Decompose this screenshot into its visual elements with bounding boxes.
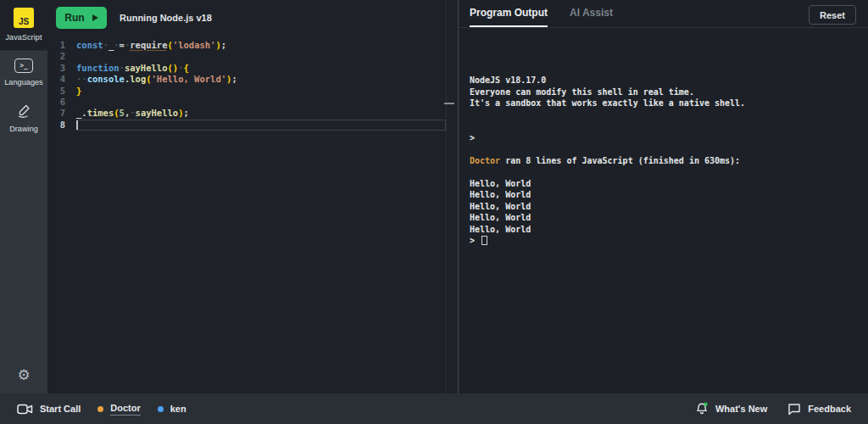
sidebar: JS JavaScript >_ Languages Drawing ⚙ (0, 0, 47, 393)
code-line-content: const·_·=·require('lodash'); (76, 40, 446, 51)
participant-name: ken (170, 404, 186, 414)
code-editor[interactable]: 1const·_·=·require('lodash');23function·… (47, 36, 458, 131)
console-text: Doctor (470, 156, 500, 165)
code-line-content (76, 120, 446, 131)
code-line[interactable]: 4··console.log('Hello, World'); (47, 74, 458, 85)
participant-doctor[interactable]: Doctor (97, 403, 140, 416)
code-token: { (183, 63, 188, 73)
code-line-content: function·sayHello()·{ (76, 63, 446, 74)
console-line: Hello, World (470, 212, 856, 224)
terminal-cursor (481, 236, 487, 245)
tab-ai-assist[interactable]: AI Assist (570, 0, 613, 27)
console-text: Hello, World (470, 190, 531, 199)
line-number: 2 (47, 51, 76, 62)
output-tab-bar: Program Output AI Assist Reset (459, 0, 868, 28)
text-cursor (76, 120, 78, 130)
settings-button[interactable]: ⚙ (0, 366, 47, 383)
video-camera-icon (17, 404, 33, 415)
run-button-label: Run (64, 12, 84, 24)
console-text: It's a sandbox that works exactly like a… (470, 98, 745, 108)
console-line: Everyone can modify this shell in real t… (470, 86, 856, 98)
line-number: 7 (47, 108, 76, 119)
sidebar-item-drawing[interactable]: Drawing (0, 95, 47, 142)
console-text: Hello, World (470, 202, 531, 211)
code-token: 'lodash' (173, 40, 216, 50)
code-line[interactable]: 5} (47, 86, 458, 97)
bottom-bar: Start Call Doctor ken What' (0, 393, 868, 424)
console-output[interactable]: NodeJS v18.17.0Everyone can modify this … (459, 28, 868, 247)
sidebar-item-languages[interactable]: >_ Languages (0, 51, 47, 95)
code-token: ; (183, 108, 188, 118)
start-call-label: Start Call (40, 404, 81, 414)
feedback-button[interactable]: Feedback (787, 403, 851, 416)
code-token: function (76, 63, 120, 73)
code-token: const (76, 40, 103, 50)
participant-color-dot (158, 406, 164, 412)
sidebar-item-label: JavaScript (5, 33, 42, 42)
console-text: > (470, 133, 475, 142)
code-token: log (130, 74, 146, 84)
console-line (470, 143, 856, 155)
participant-color-dot (97, 406, 103, 412)
code-token: ; (221, 40, 226, 50)
code-token: ·· (76, 74, 87, 84)
code-line-content (76, 51, 446, 62)
reset-button[interactable]: Reset (809, 5, 856, 25)
editor-pane: Run Running Node.js v18 1const·_·=·requi… (47, 0, 459, 393)
whats-new-button[interactable]: What's New (695, 402, 767, 416)
console-line: NodeJS v18.17.0 (470, 75, 856, 86)
run-status-text: Running Node.js v18 (120, 13, 212, 23)
code-token: sayHello (125, 63, 168, 73)
console-line (470, 109, 856, 121)
terminal-icon: >_ (14, 59, 33, 73)
code-line[interactable]: 8 (47, 120, 458, 131)
pen-icon (15, 103, 32, 120)
line-number: 3 (47, 63, 76, 74)
console-line: Doctor ran 8 lines of JavaScript (finish… (470, 155, 856, 167)
console-line (470, 166, 856, 178)
code-line[interactable]: 7_.times(5,·sayHello); (47, 108, 458, 119)
participant-name: Doctor (110, 403, 140, 416)
console-text: ran 8 lines of JavaScript (finished in 6… (500, 156, 740, 165)
code-token: times (87, 108, 114, 118)
editor-header: Run Running Node.js v18 (47, 0, 458, 36)
sidebar-item-javascript[interactable]: JS JavaScript (0, 0, 47, 51)
run-button[interactable]: Run (56, 7, 107, 29)
code-line[interactable]: 3function·sayHello()·{ (47, 63, 458, 74)
line-number: 5 (47, 86, 76, 97)
console-line: Hello, World (470, 189, 856, 201)
feedback-label: Feedback (808, 404, 851, 414)
javascript-logo-icon: JS (14, 8, 34, 28)
line-number: 4 (47, 74, 76, 85)
code-line-content (76, 97, 446, 108)
line-number: 8 (47, 120, 76, 131)
code-line-content: ··console.log('Hello, World'); (76, 74, 446, 85)
console-line: It's a sandbox that works exactly like a… (470, 98, 856, 109)
overview-ruler-marker (444, 103, 454, 104)
overview-ruler (446, 0, 447, 393)
whats-new-label: What's New (715, 404, 767, 414)
app-window: JS JavaScript >_ Languages Drawing ⚙ Run (0, 0, 868, 424)
sidebar-item-label: Languages (4, 78, 42, 86)
console-line (470, 120, 856, 132)
play-icon (92, 14, 98, 21)
start-call-button[interactable]: Start Call (17, 404, 81, 415)
participant-ken[interactable]: ken (158, 404, 186, 414)
tab-program-output[interactable]: Program Output (470, 0, 548, 27)
code-line[interactable]: 2 (47, 51, 458, 62)
console-line: > (470, 132, 856, 144)
console-text: Hello, World (470, 225, 531, 234)
code-line[interactable]: 6 (47, 97, 458, 108)
line-number: 6 (47, 97, 76, 108)
code-token: ; (231, 74, 236, 84)
code-token: 'Hello, World' (152, 74, 227, 84)
console-text: > (470, 236, 480, 245)
console-line: Hello, World (470, 224, 856, 236)
console-line: > (470, 235, 856, 247)
code-line[interactable]: 1const·_·=·require('lodash'); (47, 40, 458, 51)
console-text: Everyone can modify this shell in real t… (470, 87, 694, 97)
speech-bubble-icon (787, 403, 801, 416)
console-text: Hello, World (470, 213, 531, 222)
code-token: require (130, 40, 167, 50)
line-number: 1 (47, 40, 76, 51)
